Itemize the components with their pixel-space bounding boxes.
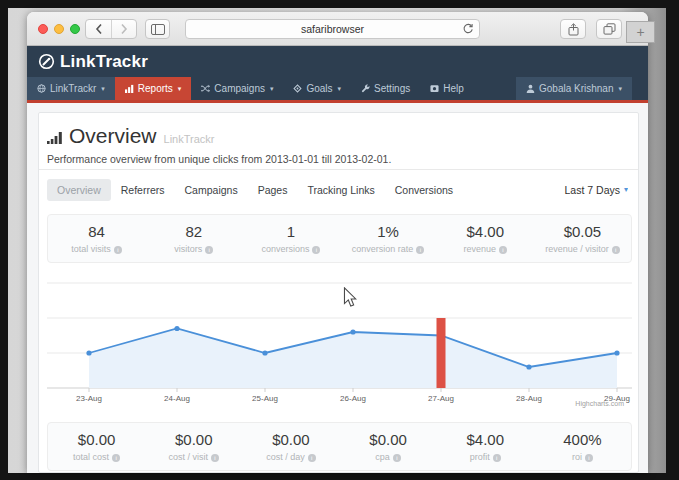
linktrackr-logo[interactable]: LinkTrackr	[38, 52, 148, 72]
forward-button[interactable]	[111, 20, 136, 38]
sidebar-button[interactable]	[145, 19, 170, 39]
stat-label-text: visitors	[174, 244, 202, 254]
stat-label: conversionsi	[242, 244, 339, 254]
stat-profit: $4.00profiti	[437, 423, 534, 470]
stat-conversion-rate: 1%conversion ratei	[340, 215, 437, 262]
stat-revenue: $4.00revenuei	[437, 215, 534, 262]
minimize-window-button[interactable]	[54, 24, 64, 34]
caret-down-icon: ▾	[270, 85, 274, 92]
sidebar-icon	[151, 24, 165, 35]
share-icon	[568, 23, 579, 36]
info-icon[interactable]: i	[205, 246, 213, 254]
stat-label-text: conversion rate	[352, 244, 414, 254]
date-range-selector[interactable]: Last 7 Days ▾	[565, 184, 628, 196]
nav-item-linktrackr[interactable]: LinkTrackr▾	[27, 77, 115, 100]
new-tab-button[interactable]: +	[626, 21, 655, 43]
page-title-row: Overview LinkTrackr	[69, 124, 214, 148]
nav-item-goals[interactable]: Goals▾	[283, 77, 351, 100]
overview-panel: Overview LinkTrackr Performance overview…	[38, 112, 639, 473]
data-point-28-aug[interactable]	[526, 364, 531, 369]
address-bar[interactable]: safaribrowser	[185, 19, 480, 39]
stat-label: conversion ratei	[340, 244, 437, 254]
nav-item-label: Gobala Krishnan	[539, 83, 614, 94]
nav-item-help[interactable]: Help	[420, 77, 474, 100]
safari-window: safaribrowser LinkTrackr LinkTrackr▾Repo…	[27, 12, 648, 473]
site-header: LinkTrackr	[27, 46, 648, 77]
stat-value: $0.00	[340, 431, 437, 448]
stats-row-top: 84total visitsi82visitorsi1conversionsi1…	[47, 214, 632, 263]
info-icon[interactable]: i	[612, 246, 620, 254]
stat-label: cost / visiti	[145, 452, 242, 462]
stat-cost-day: $0.00cost / dayi	[242, 423, 339, 470]
wrench-icon	[361, 84, 370, 93]
info-icon[interactable]: i	[312, 246, 320, 254]
info-icon[interactable]: i	[585, 454, 593, 462]
nav-item-label: Help	[443, 83, 464, 94]
stat-label-text: roi	[572, 452, 582, 462]
caret-down-icon: ▾	[178, 85, 182, 92]
tab-overview[interactable]: Overview	[47, 179, 111, 201]
history-buttons	[85, 19, 137, 39]
nav-item-reports[interactable]: Reports▾	[115, 77, 192, 100]
info-icon[interactable]: i	[416, 246, 424, 254]
info-icon[interactable]: i	[308, 454, 316, 462]
user-menu[interactable]: Gobala Krishnan▾	[516, 77, 632, 100]
stat-value: 1%	[340, 223, 437, 240]
logo-link-icon	[38, 53, 55, 70]
nav-item-label: Campaigns	[214, 83, 265, 94]
data-point-29-aug[interactable]	[614, 350, 619, 355]
stat-revenue-visitor: $0.05revenue / visitori	[534, 215, 631, 262]
stat-label-text: cpa	[375, 452, 390, 462]
nav-item-label: Goals	[306, 83, 332, 94]
share-button[interactable]	[560, 19, 586, 39]
page-background: Overview LinkTrackr Performance overview…	[27, 103, 648, 473]
stat-value: 400%	[534, 431, 631, 448]
stat-label-text: cost / day	[266, 452, 305, 462]
info-icon[interactable]: i	[114, 246, 122, 254]
tab-tracking-links[interactable]: Tracking Links	[297, 179, 384, 201]
date-range-label: Last 7 Days	[565, 184, 620, 196]
tab-campaigns[interactable]: Campaigns	[175, 179, 248, 201]
info-icon[interactable]: i	[499, 246, 507, 254]
data-point-23-aug[interactable]	[86, 350, 91, 355]
info-icon[interactable]: i	[211, 454, 219, 462]
nav-item-settings[interactable]: Settings	[351, 77, 420, 100]
x-axis-label-23-aug: 23-Aug	[76, 394, 102, 403]
data-point-24-aug[interactable]	[174, 326, 179, 331]
main-nav: LinkTrackr▾Reports▾Campaigns▾Goals▾Setti…	[27, 77, 648, 103]
stat-label: revenue / visitori	[534, 244, 631, 254]
tab-referrers[interactable]: Referrers	[111, 179, 175, 201]
stat-label: revenuei	[437, 244, 534, 254]
caret-down-icon: ▾	[101, 85, 105, 92]
tab-conversions[interactable]: Conversions	[385, 179, 463, 201]
info-icon[interactable]: i	[112, 454, 120, 462]
nav-item-label: Settings	[374, 83, 410, 94]
info-icon[interactable]: i	[393, 454, 401, 462]
stat-label: total visitsi	[48, 244, 145, 254]
back-button[interactable]	[86, 20, 111, 38]
logo-text: LinkTrackr	[60, 52, 148, 72]
stat-label-text: revenue	[464, 244, 497, 254]
stat-roi: 400%roii	[534, 423, 631, 470]
stat-label-text: conversions	[261, 244, 309, 254]
stat-visitors: 82visitorsi	[145, 215, 242, 262]
conversion-column-27-aug[interactable]	[437, 318, 446, 388]
stat-label-text: total visits	[71, 244, 111, 254]
page-title-suffix: LinkTrackr	[164, 133, 215, 145]
data-point-25-aug[interactable]	[262, 350, 267, 355]
stats-row-bottom: $0.00total costi$0.00cost / visiti$0.00c…	[47, 422, 632, 471]
shuffle-icon	[201, 84, 210, 93]
zoom-window-button[interactable]	[70, 24, 80, 34]
stat-value: $0.00	[242, 431, 339, 448]
tabs: OverviewReferrersCampaignsPagesTracking …	[47, 179, 463, 201]
reload-icon[interactable]	[462, 23, 474, 37]
info-icon[interactable]: i	[493, 454, 501, 462]
close-window-button[interactable]	[38, 24, 48, 34]
screenshot-frame: safaribrowser LinkTrackr LinkTrackr▾Repo…	[0, 0, 679, 480]
data-point-26-aug[interactable]	[350, 329, 355, 334]
tab-pages[interactable]: Pages	[248, 179, 298, 201]
mouse-cursor	[343, 287, 357, 312]
nav-item-campaigns[interactable]: Campaigns▾	[191, 77, 283, 100]
stat-cpa: $0.00cpai	[340, 423, 437, 470]
show-tabs-button[interactable]	[596, 19, 622, 39]
